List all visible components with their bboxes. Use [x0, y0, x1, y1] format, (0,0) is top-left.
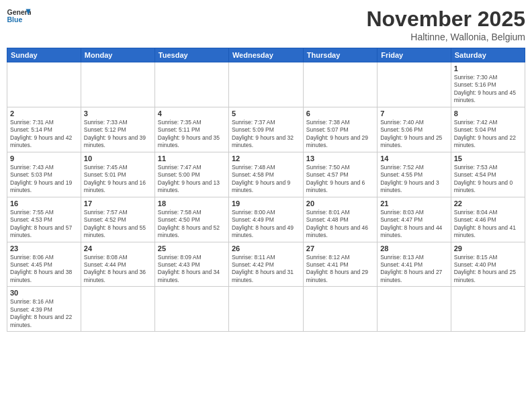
day-info: Sunrise: 7:33 AMSunset: 5:12 PMDaylight:…: [84, 119, 152, 150]
day-info: Sunrise: 7:58 AMSunset: 4:50 PMDaylight:…: [158, 209, 226, 240]
day-number: 24: [84, 244, 152, 253]
day-number: 23: [10, 244, 78, 253]
calendar-week-row: 16Sunrise: 7:55 AMSunset: 4:53 PMDayligh…: [7, 197, 525, 242]
col-friday: Friday: [378, 48, 451, 62]
calendar-week-row: 9Sunrise: 7:43 AMSunset: 5:03 PMDaylight…: [7, 152, 525, 197]
table-row: [154, 62, 228, 107]
table-row: 25Sunrise: 8:09 AMSunset: 4:43 PMDayligh…: [154, 242, 228, 287]
table-row: 17Sunrise: 7:57 AMSunset: 4:52 PMDayligh…: [81, 197, 154, 242]
header: General Blue November 2025 Haltinne, Wal…: [7, 7, 525, 42]
table-row: 9Sunrise: 7:43 AMSunset: 5:03 PMDaylight…: [7, 152, 81, 197]
table-row: [378, 62, 451, 107]
table-row: 24Sunrise: 8:08 AMSunset: 4:44 PMDayligh…: [81, 242, 154, 287]
calendar-week-row: 23Sunrise: 8:06 AMSunset: 4:45 PMDayligh…: [7, 242, 525, 287]
calendar-header-row: Sunday Monday Tuesday Wednesday Thursday…: [7, 48, 525, 62]
day-number: 7: [380, 109, 448, 118]
day-info: Sunrise: 7:55 AMSunset: 4:53 PMDaylight:…: [10, 209, 78, 240]
table-row: 20Sunrise: 8:01 AMSunset: 4:48 PMDayligh…: [303, 197, 377, 242]
table-row: 28Sunrise: 8:13 AMSunset: 4:41 PMDayligh…: [378, 242, 451, 287]
table-row: 26Sunrise: 8:11 AMSunset: 4:42 PMDayligh…: [228, 242, 303, 287]
table-row: 15Sunrise: 7:53 AMSunset: 4:54 PMDayligh…: [451, 152, 525, 197]
table-row: [154, 287, 228, 332]
table-row: [7, 62, 81, 107]
table-row: 27Sunrise: 8:12 AMSunset: 4:41 PMDayligh…: [303, 242, 377, 287]
day-info: Sunrise: 7:48 AMSunset: 4:58 PMDaylight:…: [232, 164, 300, 195]
calendar-week-row: 30Sunrise: 8:16 AMSunset: 4:39 PMDayligh…: [7, 287, 525, 332]
day-number: 22: [454, 199, 522, 208]
table-row: 22Sunrise: 8:04 AMSunset: 4:46 PMDayligh…: [451, 197, 525, 242]
day-info: Sunrise: 7:47 AMSunset: 5:00 PMDaylight:…: [158, 164, 226, 195]
day-number: 6: [306, 109, 374, 118]
table-row: [378, 287, 451, 332]
day-info: Sunrise: 7:37 AMSunset: 5:09 PMDaylight:…: [232, 119, 300, 150]
day-info: Sunrise: 7:57 AMSunset: 4:52 PMDaylight:…: [84, 209, 152, 240]
table-row: 13Sunrise: 7:50 AMSunset: 4:57 PMDayligh…: [303, 152, 377, 197]
day-info: Sunrise: 7:30 AMSunset: 5:16 PMDaylight:…: [454, 74, 522, 105]
table-row: 2Sunrise: 7:31 AMSunset: 5:14 PMDaylight…: [7, 107, 81, 152]
day-number: 25: [158, 244, 226, 253]
day-info: Sunrise: 7:52 AMSunset: 4:55 PMDaylight:…: [380, 164, 448, 195]
day-info: Sunrise: 7:50 AMSunset: 4:57 PMDaylight:…: [306, 164, 374, 195]
table-row: 30Sunrise: 8:16 AMSunset: 4:39 PMDayligh…: [7, 287, 81, 332]
col-tuesday: Tuesday: [154, 48, 228, 62]
table-row: 5Sunrise: 7:37 AMSunset: 5:09 PMDaylight…: [228, 107, 303, 152]
table-row: 16Sunrise: 7:55 AMSunset: 4:53 PMDayligh…: [7, 197, 81, 242]
day-info: Sunrise: 8:08 AMSunset: 4:44 PMDaylight:…: [84, 254, 152, 285]
table-row: 21Sunrise: 8:03 AMSunset: 4:47 PMDayligh…: [378, 197, 451, 242]
day-number: 1: [454, 64, 522, 73]
day-info: Sunrise: 8:16 AMSunset: 4:39 PMDaylight:…: [10, 298, 78, 329]
table-row: 10Sunrise: 7:45 AMSunset: 5:01 PMDayligh…: [81, 152, 154, 197]
day-info: Sunrise: 7:40 AMSunset: 5:06 PMDaylight:…: [380, 119, 448, 150]
day-number: 11: [158, 154, 226, 163]
table-row: 8Sunrise: 7:42 AMSunset: 5:04 PMDaylight…: [451, 107, 525, 152]
table-row: 29Sunrise: 8:15 AMSunset: 4:40 PMDayligh…: [451, 242, 525, 287]
day-number: 8: [454, 109, 522, 118]
table-row: 1Sunrise: 7:30 AMSunset: 5:16 PMDaylight…: [451, 62, 525, 107]
day-number: 15: [454, 154, 522, 163]
day-info: Sunrise: 8:13 AMSunset: 4:41 PMDaylight:…: [380, 254, 448, 285]
day-info: Sunrise: 7:45 AMSunset: 5:01 PMDaylight:…: [84, 164, 152, 195]
table-row: [81, 287, 154, 332]
calendar-page: General Blue November 2025 Haltinne, Wal…: [0, 0, 532, 411]
day-number: 17: [84, 199, 152, 208]
table-row: 23Sunrise: 8:06 AMSunset: 4:45 PMDayligh…: [7, 242, 81, 287]
table-row: 3Sunrise: 7:33 AMSunset: 5:12 PMDaylight…: [81, 107, 154, 152]
day-number: 20: [306, 199, 374, 208]
day-info: Sunrise: 7:42 AMSunset: 5:04 PMDaylight:…: [454, 119, 522, 150]
day-number: 10: [84, 154, 152, 163]
table-row: 14Sunrise: 7:52 AMSunset: 4:55 PMDayligh…: [378, 152, 451, 197]
day-number: 13: [306, 154, 374, 163]
table-row: 11Sunrise: 7:47 AMSunset: 5:00 PMDayligh…: [154, 152, 228, 197]
day-info: Sunrise: 8:03 AMSunset: 4:47 PMDaylight:…: [380, 209, 448, 240]
day-info: Sunrise: 8:11 AMSunset: 4:42 PMDaylight:…: [232, 254, 300, 285]
day-info: Sunrise: 8:00 AMSunset: 4:49 PMDaylight:…: [232, 209, 300, 240]
col-wednesday: Wednesday: [228, 48, 303, 62]
day-info: Sunrise: 7:38 AMSunset: 5:07 PMDaylight:…: [306, 119, 374, 150]
table-row: 12Sunrise: 7:48 AMSunset: 4:58 PMDayligh…: [228, 152, 303, 197]
table-row: 6Sunrise: 7:38 AMSunset: 5:07 PMDaylight…: [303, 107, 377, 152]
calendar-week-row: 2Sunrise: 7:31 AMSunset: 5:14 PMDaylight…: [7, 107, 525, 152]
table-row: [81, 62, 154, 107]
col-thursday: Thursday: [303, 48, 377, 62]
day-number: 9: [10, 154, 78, 163]
day-number: 4: [158, 109, 226, 118]
day-info: Sunrise: 7:35 AMSunset: 5:11 PMDaylight:…: [158, 119, 226, 150]
day-number: 5: [232, 109, 300, 118]
day-info: Sunrise: 7:31 AMSunset: 5:14 PMDaylight:…: [10, 119, 78, 150]
day-info: Sunrise: 7:43 AMSunset: 5:03 PMDaylight:…: [10, 164, 78, 195]
calendar-title: November 2025: [366, 7, 525, 32]
logo: General Blue: [7, 7, 31, 26]
day-number: 18: [158, 199, 226, 208]
day-info: Sunrise: 7:53 AMSunset: 4:54 PMDaylight:…: [454, 164, 522, 195]
day-number: 29: [454, 244, 522, 253]
day-number: 21: [380, 199, 448, 208]
day-number: 16: [10, 199, 78, 208]
day-number: 27: [306, 244, 374, 253]
table-row: [303, 62, 377, 107]
col-sunday: Sunday: [7, 48, 81, 62]
col-saturday: Saturday: [451, 48, 525, 62]
table-row: 18Sunrise: 7:58 AMSunset: 4:50 PMDayligh…: [154, 197, 228, 242]
day-info: Sunrise: 8:12 AMSunset: 4:41 PMDaylight:…: [306, 254, 374, 285]
col-monday: Monday: [81, 48, 154, 62]
day-info: Sunrise: 8:15 AMSunset: 4:40 PMDaylight:…: [454, 254, 522, 285]
